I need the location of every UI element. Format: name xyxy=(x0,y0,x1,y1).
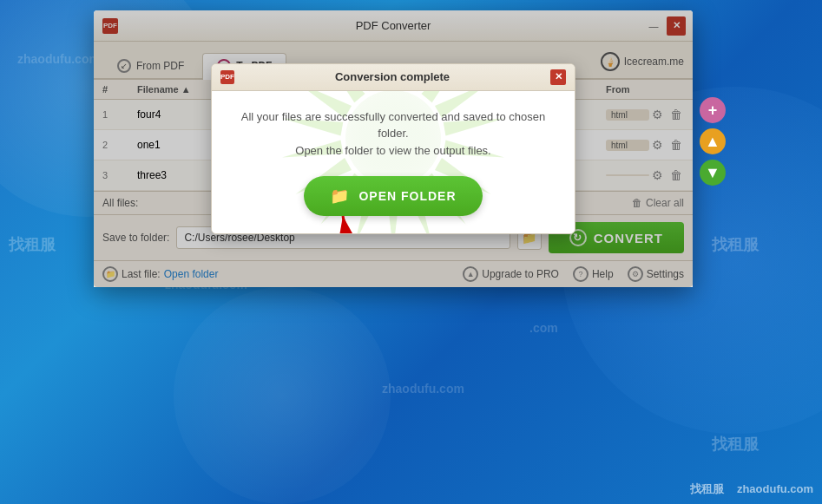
watermark-4: zhaodufu.com xyxy=(382,382,464,396)
modal-close-button[interactable]: ✕ xyxy=(550,69,566,85)
svg-marker-17 xyxy=(348,91,382,92)
modal-body: All your files are successfully converte… xyxy=(212,91,575,234)
svg-marker-16 xyxy=(315,91,365,102)
cn-watermark-2: 找租服 xyxy=(712,234,759,255)
add-file-button[interactable]: + xyxy=(700,97,726,123)
modal-overlay: PDF Conversion complete ✕ xyxy=(94,10,693,287)
watermark-6: .com xyxy=(529,321,558,335)
conversion-complete-modal: PDF Conversion complete ✕ xyxy=(211,63,575,235)
cn-watermark-3: 找租服 xyxy=(712,434,759,455)
move-up-button[interactable]: ▲ xyxy=(700,128,726,154)
bottom-branding: 找租服 zhaodufu.com xyxy=(690,481,813,497)
modal-title-bar: PDF Conversion complete ✕ xyxy=(212,64,575,91)
modal-title: Conversion complete xyxy=(241,70,543,83)
pdf-converter-window: PDF PDF Converter — ✕ ↙ From PDF ↗ To PD… xyxy=(94,10,693,287)
side-buttons: + ▲ ▼ xyxy=(700,97,726,186)
open-folder-btn-container: 📁 OPEN FOLDER xyxy=(304,176,482,216)
watermark-1: zhaodufu.com xyxy=(17,52,100,66)
modal-message: All your files are successfully converte… xyxy=(229,108,557,160)
svg-marker-1 xyxy=(404,91,438,92)
move-down-button[interactable]: ▼ xyxy=(700,160,726,186)
svg-marker-2 xyxy=(421,91,470,102)
cn-watermark-1: 找租服 xyxy=(9,234,56,255)
open-folder-btn-icon: 📁 xyxy=(330,187,350,206)
red-arrow xyxy=(330,207,399,233)
modal-title-icon: PDF xyxy=(220,70,234,84)
